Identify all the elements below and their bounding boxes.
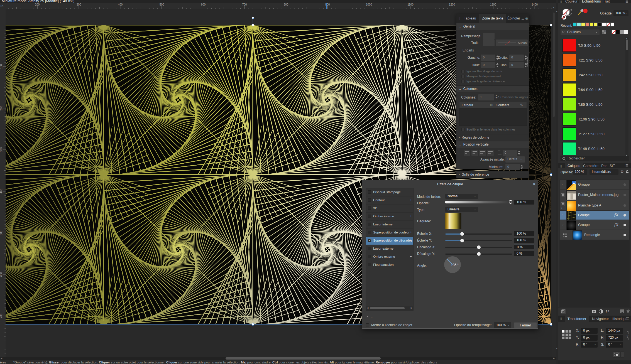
svg-text:+: + <box>605 30 606 33</box>
svg-text:1400: 1400 <box>532 3 538 6</box>
svg-text:600: 600 <box>201 3 206 6</box>
svg-text:700: 700 <box>0 313 3 318</box>
svg-text:400: 400 <box>118 3 123 6</box>
svg-text:Aucun: Aucun <box>518 41 527 45</box>
svg-text:+: + <box>623 309 624 311</box>
svg-text:500: 500 <box>0 230 3 235</box>
svg-text:100: 100 <box>0 64 3 69</box>
svg-text:300: 300 <box>0 147 3 152</box>
svg-text:1200: 1200 <box>449 3 455 6</box>
svg-text:500: 500 <box>160 3 164 6</box>
svg-text:1100: 1100 <box>407 3 414 6</box>
svg-text:400: 400 <box>0 189 3 193</box>
svg-text:200: 200 <box>35 3 40 6</box>
svg-text:300: 300 <box>77 3 81 6</box>
svg-text:135 °: 135 ° <box>451 263 459 267</box>
svg-text:900: 900 <box>325 3 330 6</box>
svg-text:1300: 1300 <box>490 3 497 6</box>
svg-text:700: 700 <box>242 3 247 6</box>
svg-text:200: 200 <box>0 106 3 110</box>
svg-text:1000: 1000 <box>366 3 372 6</box>
svg-text:800: 800 <box>284 3 288 6</box>
svg-text:↺: ↺ <box>627 335 628 337</box>
svg-text:600: 600 <box>0 272 3 277</box>
